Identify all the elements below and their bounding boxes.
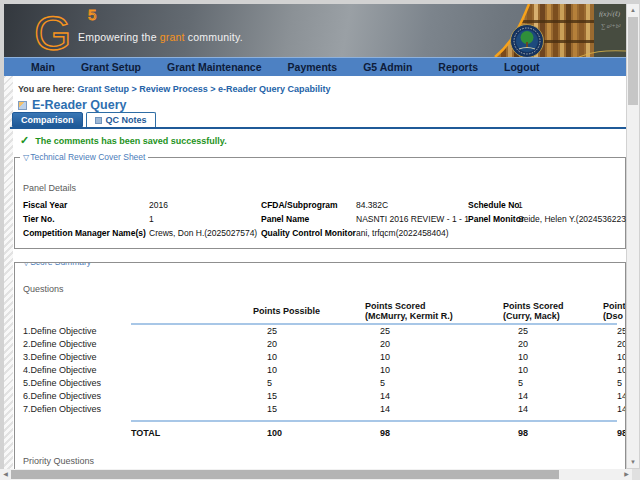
tab-comparison-label: Comparison (21, 115, 74, 125)
tab-qc-notes[interactable]: QC Notes (86, 112, 156, 127)
qc-notes-icon (95, 117, 102, 124)
points-possible: 10 (253, 364, 365, 377)
scroll-up-arrow-icon[interactable]: ▲ (627, 4, 639, 16)
col-header-scored-curry: Points Scored (Curry, Mack) (503, 301, 603, 321)
question-label: 7.Defien Objectives (23, 403, 253, 416)
question-label: 3.Define Objective (23, 351, 253, 364)
cover-sheet-legend-label: Technical Review Cover Sheet (30, 152, 145, 162)
field-value: 84.382C (356, 198, 468, 212)
col-header-line: Points (603, 301, 626, 311)
tagline: Empowering the grant community. (78, 31, 243, 43)
scrollbar-corner (632, 469, 640, 480)
horizontal-scrollbar[interactable]: ◀ ▶ (0, 469, 632, 480)
department-of-education-seal-icon (509, 23, 545, 57)
table-row: 7.Defien Objectives 15 14 14 14 (23, 403, 617, 416)
field-label: Panel Monitor (468, 212, 518, 226)
tagline-suffix: community. (185, 31, 243, 43)
page-title: E-Reader Query (18, 98, 126, 112)
nav-item-payments[interactable]: Payments (275, 61, 351, 73)
points-scored: 10 (365, 364, 503, 377)
points-scored: 20 (365, 338, 503, 351)
points-possible: 25 (253, 325, 365, 338)
field-value: 1 (149, 212, 261, 226)
vertical-scrollbar-thumb[interactable] (628, 17, 638, 105)
field-value: Crews, Don H.(2025027574) (149, 226, 261, 240)
col-header-line: Points Scored (503, 301, 603, 311)
cover-sheet-legend[interactable]: ▽ Technical Review Cover Sheet (20, 152, 148, 162)
nav-item-grant-setup[interactable]: Grant Setup (68, 61, 154, 73)
horizontal-scrollbar-thumb[interactable] (11, 470, 559, 479)
breadcrumb: You are here: Grant Setup > Review Proce… (18, 84, 330, 94)
total-points-scored: 98 (603, 426, 626, 440)
g5-application-window: f(x)√(ℓ) ∑ a²+b² G 5 Empowering the gran… (0, 0, 640, 480)
points-scored: 20 (603, 338, 626, 351)
points-possible: 5 (253, 377, 365, 390)
breadcrumb-prefix: You are here: (18, 84, 75, 94)
points-scored: 25 (603, 325, 626, 338)
points-scored: 20 (503, 338, 603, 351)
points-possible: 15 (253, 390, 365, 403)
scroll-right-arrow-icon[interactable]: ▶ (621, 469, 632, 480)
field-label: CFDA/Subprogram (261, 198, 356, 212)
browser-content: f(x)√(ℓ) ∑ a²+b² G 5 Empowering the gran… (4, 4, 626, 469)
points-scored: 25 (365, 325, 503, 338)
table-divider (131, 420, 617, 422)
page-title-text: E-Reader Query (32, 98, 126, 112)
panel-details-label: Panel Details (23, 182, 617, 194)
points-scored: 5 (603, 377, 622, 390)
nav-item-grant-maintenance[interactable]: Grant Maintenance (154, 61, 275, 73)
technical-review-cover-sheet-section: ▽ Technical Review Cover Sheet Panel Det… (14, 157, 626, 249)
nav-item-logout[interactable]: Logout (491, 61, 553, 73)
col-header-line: (McMurry, Kermit R.) (365, 311, 503, 321)
scroll-down-arrow-icon[interactable]: ▼ (627, 456, 639, 468)
tab-bar: Comparison QC Notes (12, 112, 156, 127)
scroll-left-arrow-icon[interactable]: ◀ (0, 469, 11, 480)
points-scored: 10 (365, 351, 503, 364)
total-row: TOTAL 100 98 98 98 (23, 426, 617, 440)
header-banner: f(x)√(ℓ) ∑ a²+b² G 5 Empowering the gran… (4, 4, 626, 57)
nav-item-g5-admin[interactable]: G5 Admin (350, 61, 425, 73)
points-scored: 10 (503, 364, 603, 377)
field-value: ani, trfqcm(2022458404) (356, 226, 468, 240)
question-label: 2.Define Objective (23, 338, 253, 351)
svg-text:5: 5 (88, 6, 96, 23)
field-label: Competition Manager Name(s) (23, 226, 149, 240)
nav-item-main[interactable]: Main (18, 61, 68, 73)
col-header-points-possible: Points Possible (253, 306, 365, 316)
question-label: 5.Define Objectives (23, 377, 253, 390)
score-summary-section: ▽ Score Summary Questions Points Possibl… (14, 262, 626, 469)
field-label: Tier No. (23, 212, 149, 226)
priority-questions-label: Priority Questions (23, 456, 617, 466)
score-summary-legend-label: Score Summary (30, 262, 91, 267)
points-scored: 5 (503, 377, 603, 390)
field-value: 2016 (149, 198, 261, 212)
success-message-text: The comments has been saved successfully… (35, 136, 226, 146)
points-scored: 14 (603, 390, 626, 403)
page-icon (18, 101, 27, 110)
field-label: Fiscal Year (23, 198, 149, 212)
question-label: 4.Define Objective (23, 364, 253, 377)
total-points-scored: 98 (503, 426, 603, 440)
field-value: Seide, Helen Y.(2024536223 (518, 212, 626, 226)
svg-text:f(x)√(ℓ): f(x)√(ℓ) (599, 10, 621, 18)
vertical-scrollbar[interactable]: ▲ ▼ (627, 4, 639, 468)
points-scored: 14 (503, 390, 603, 403)
points-scored: 5 (365, 377, 503, 390)
field-value: NASNTI 2016 REVIEW - 1 - 1 (356, 212, 468, 226)
points-scored: 10 (603, 351, 626, 364)
tab-qc-notes-label: QC Notes (106, 115, 147, 125)
score-summary-legend[interactable]: ▽ Score Summary (20, 262, 94, 267)
breadcrumb-path[interactable]: Grant Setup > Review Process > e-Reader … (77, 84, 330, 94)
points-scored: 14 (365, 390, 503, 403)
field-label (468, 226, 518, 240)
table-row: 6.Define Objectives 15 14 14 14 (23, 390, 617, 403)
collapse-triangle-icon: ▽ (23, 262, 29, 267)
col-header-line: Points Scored (365, 301, 503, 311)
points-possible: 15 (253, 403, 365, 416)
main-nav: Main Grant Setup Grant Maintenance Payme… (4, 57, 626, 76)
nav-item-reports[interactable]: Reports (425, 61, 491, 73)
table-row: 5.Define Objectives 5 5 5 5 (23, 377, 617, 390)
collapse-triangle-icon: ▽ (23, 153, 29, 162)
field-label: Panel Name (261, 212, 356, 226)
tab-comparison[interactable]: Comparison (12, 112, 83, 127)
